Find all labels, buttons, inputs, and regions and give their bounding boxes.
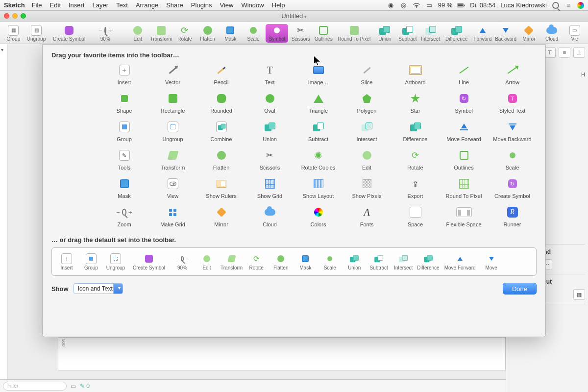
item-transform[interactable]: Transform: [148, 149, 197, 171]
item-group[interactable]: Group: [100, 121, 148, 142]
item-colors[interactable]: Colors: [294, 206, 343, 227]
item-ungroup[interactable]: Ungroup: [148, 121, 197, 142]
tb-view-cut[interactable]: ▭Vie: [564, 25, 585, 42]
tb-mirror[interactable]: Mirror: [518, 25, 539, 42]
menu-text[interactable]: Text: [116, 1, 128, 9]
ds-rotate[interactable]: ⟳Rotate: [245, 253, 267, 270]
item-combine[interactable]: Combine: [197, 121, 245, 142]
item-subtract[interactable]: Subtract: [294, 121, 343, 142]
item-show-grid[interactable]: Show Grid: [245, 177, 294, 199]
item-move-backward[interactable]: Move Backward: [488, 121, 537, 142]
item-round-to-pixel[interactable]: Round To Pixel: [440, 177, 488, 199]
autolayout-grid-icon[interactable]: ▦: [573, 289, 585, 300]
ds-ungroup[interactable]: Ungroup: [105, 253, 126, 270]
ds-difference[interactable]: Difference: [417, 253, 439, 270]
tb-forward[interactable]: Forward: [472, 25, 493, 42]
menu-edit[interactable]: Edit: [50, 1, 61, 9]
item-outlines[interactable]: Outlines: [440, 149, 488, 171]
item-image[interactable]: Image…: [294, 64, 343, 85]
item-artboard[interactable]: Artboard: [391, 64, 440, 85]
item-space[interactable]: Space: [391, 206, 440, 227]
ds-scale[interactable]: Scale: [319, 253, 341, 270]
menu-window[interactable]: Window: [241, 1, 264, 9]
ds-flatten[interactable]: Flatten: [270, 253, 292, 270]
menu-layer[interactable]: Layer: [93, 1, 109, 9]
tb-round-to-pixel[interactable]: Round To Pixel: [336, 25, 372, 42]
tb-ungroup[interactable]: ▥Ungroup: [26, 25, 47, 42]
tb-create-symbol[interactable]: Create Symbol: [49, 25, 89, 42]
item-union[interactable]: Union: [245, 121, 294, 142]
tb-scissors[interactable]: ✂Scissors: [290, 25, 311, 42]
item-export[interactable]: ⇪Export: [391, 177, 440, 199]
close-window-button[interactable]: [4, 13, 9, 19]
default-toolbar-set[interactable]: +Insert Group Ungroup Create Symbol − +9…: [51, 247, 537, 276]
item-show-layout[interactable]: Show Layout: [294, 177, 343, 199]
item-oval[interactable]: Oval: [245, 92, 294, 114]
tb-edit[interactable]: Edit: [127, 25, 148, 42]
align-bottom-icon[interactable]: ⊥: [573, 47, 585, 58]
filter-input[interactable]: Filter: [3, 382, 67, 391]
ds-intersect[interactable]: Intersect: [392, 253, 414, 270]
menu-file[interactable]: File: [32, 1, 42, 9]
item-flexible-space[interactable]: Flexible Space: [440, 206, 488, 227]
item-flatten[interactable]: Flatten: [197, 149, 245, 171]
ds-transform[interactable]: Transform: [220, 253, 243, 270]
tb-outlines[interactable]: Outlines: [313, 25, 334, 42]
canvas[interactable]: [58, 337, 506, 370]
align-middle-icon[interactable]: ≡: [559, 47, 570, 58]
item-star[interactable]: Star: [391, 92, 440, 114]
item-triangle[interactable]: Triangle: [294, 92, 343, 114]
ds-mask[interactable]: Mask: [294, 253, 316, 270]
tb-scale[interactable]: Scale: [243, 25, 264, 42]
menu-view[interactable]: View: [220, 1, 233, 9]
ds-move[interactable]: Move: [481, 253, 502, 270]
item-pencil[interactable]: Pencil: [197, 64, 245, 85]
item-difference[interactable]: Difference: [391, 121, 440, 142]
ds-subtract[interactable]: Subtract: [368, 253, 390, 270]
item-rotate[interactable]: ⟳Rotate: [391, 149, 440, 171]
wifi-icon[interactable]: [413, 1, 420, 9]
maximize-window-button[interactable]: [21, 13, 26, 19]
item-rectangle[interactable]: Rectangle: [148, 92, 197, 114]
tb-transform[interactable]: Transform: [150, 25, 172, 42]
tb-union[interactable]: Union: [374, 25, 395, 42]
item-make-grid[interactable]: Make Grid: [148, 206, 197, 227]
item-scale[interactable]: Scale: [488, 149, 537, 171]
tb-subtract[interactable]: Subtract: [397, 25, 418, 42]
filter-icon-1[interactable]: ▭: [71, 383, 76, 390]
ds-zoom[interactable]: − +90%: [172, 253, 193, 270]
item-create-symbol[interactable]: ↻Create Symbol: [488, 177, 537, 199]
notification-icon[interactable]: [577, 2, 584, 9]
tb-symbol[interactable]: Symbol: [266, 24, 288, 43]
tb-difference[interactable]: Difference: [443, 25, 470, 42]
ds-move-forward[interactable]: Move Forward: [442, 253, 478, 270]
display-icon[interactable]: ▭: [425, 1, 433, 9]
item-mask[interactable]: Mask: [100, 177, 148, 199]
app-name[interactable]: Sketch: [4, 1, 25, 9]
item-show-rulers[interactable]: Show Rulers: [197, 177, 245, 199]
item-line[interactable]: Line: [440, 64, 488, 85]
item-symbol[interactable]: ↻Symbol: [440, 92, 488, 114]
user-name[interactable]: Luca Kiedrowski: [500, 1, 547, 9]
tb-backward[interactable]: Backward: [495, 25, 516, 42]
item-runner[interactable]: RRunner: [488, 206, 537, 227]
document-title[interactable]: Untitled: [0, 12, 588, 20]
item-mirror[interactable]: Mirror: [197, 206, 245, 227]
tb-intersect[interactable]: Intersect: [420, 25, 441, 42]
filter-icon-2[interactable]: ✎ 0: [80, 383, 90, 390]
ds-insert[interactable]: +Insert: [56, 253, 77, 270]
menu-help[interactable]: Help: [272, 1, 285, 9]
menu-arrange[interactable]: Arrange: [136, 1, 158, 9]
tb-group[interactable]: ▦Group: [3, 25, 24, 42]
item-show-pixels[interactable]: Show Pixels: [343, 177, 391, 199]
clock[interactable]: Di. 08:54: [470, 1, 495, 9]
show-mode-select[interactable]: Icon and Text: [74, 283, 123, 294]
tb-mask[interactable]: Mask: [220, 25, 241, 42]
menu-insert[interactable]: Insert: [69, 1, 85, 9]
item-vector[interactable]: Vector: [148, 64, 197, 85]
item-text[interactable]: TText: [245, 64, 294, 85]
ds-edit[interactable]: Edit: [196, 253, 218, 270]
item-tools[interactable]: ✎Tools: [100, 149, 148, 171]
spotlight-icon[interactable]: [552, 1, 560, 9]
done-button[interactable]: Done: [503, 283, 537, 294]
